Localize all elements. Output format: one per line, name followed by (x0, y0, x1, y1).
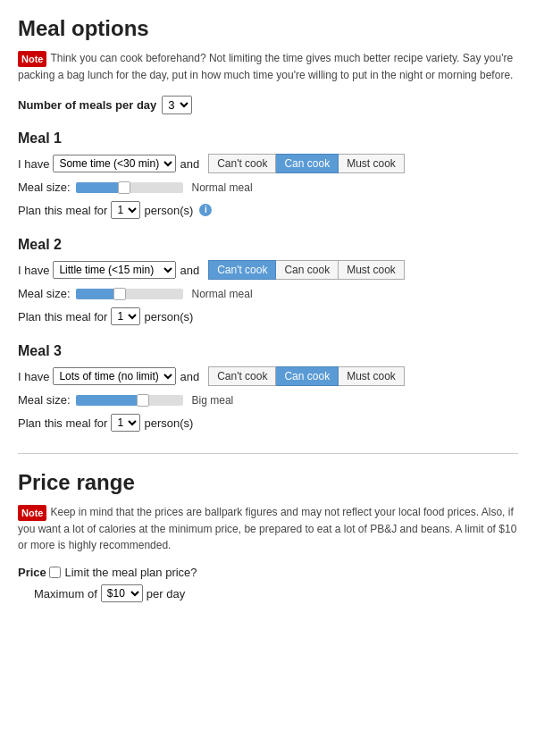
meal-1-person-select[interactable]: 123456 (111, 201, 140, 219)
meal-1-info-icon[interactable]: i (199, 204, 212, 216)
meal-options-title: Meal options (18, 16, 518, 41)
meal-3-slider-fill (76, 395, 146, 406)
meal-1-size-name: Normal meal (192, 181, 253, 194)
meal-2-time-row: I haveSome time (<30 min)Little time (<1… (18, 260, 518, 280)
meal-3-size-row: Meal size:Big meal (18, 393, 518, 407)
max-of-label: Maximum of (34, 587, 97, 601)
meal-2-person-select[interactable]: 123456 (111, 307, 140, 325)
meal-3-title: Meal 3 (18, 343, 518, 359)
section-divider (18, 453, 518, 454)
meal-3-slider[interactable] (76, 395, 183, 406)
meal-section-1: Meal 1I haveSome time (<30 min)Little ti… (18, 130, 518, 219)
price-note: NoteKeep in mind that the prices are bal… (18, 504, 518, 553)
meal-2-can-cook-btn[interactable]: Can cook (276, 260, 339, 280)
meal-1-cant-cook-btn[interactable]: Can't cook (208, 154, 276, 173)
meal-section-2: Meal 2I haveSome time (<30 min)Little ti… (18, 237, 518, 325)
meal-1-size-row: Meal size:Normal meal (18, 181, 518, 194)
price-range-section: Price range NoteKeep in mind that the pr… (18, 470, 518, 620)
meal-options-note: NoteThink you can cook beforehand? Not l… (18, 50, 518, 83)
meal-3-size-label: Meal size: (18, 393, 71, 407)
meal-2-cant-cook-btn[interactable]: Can't cook (208, 260, 276, 280)
meal-3-and-label: and (180, 370, 199, 383)
price-range-title: Price range (18, 470, 518, 495)
meal-3-cook-btn-group: Can't cookCan cookMust cook (208, 366, 405, 386)
limit-price-label: Limit the meal plan price? (64, 566, 197, 579)
meal-1-slider[interactable] (76, 182, 183, 193)
meal-1-must-cook-btn[interactable]: Must cook (339, 154, 405, 173)
max-price-row: Maximum of $10 $15 $20 $25 $30 per day (18, 584, 518, 602)
meal-2-time-select[interactable]: Some time (<30 min)Little time (<15 min)… (53, 261, 176, 279)
meal-1-ihave-label: I have (18, 157, 49, 171)
meal-2-size-name: Normal meal (192, 288, 253, 300)
meal-3-time-row: I haveSome time (<30 min)Little time (<1… (18, 366, 518, 386)
meal-3-plan-prefix: Plan this meal for (18, 416, 107, 430)
price-row: Price Limit the meal plan price? (18, 566, 518, 579)
meal-1-plan-suffix: person(s) (144, 204, 193, 217)
meal-3-slider-thumb[interactable] (137, 394, 149, 407)
meals-container: Meal 1I haveSome time (<30 min)Little ti… (18, 130, 518, 432)
meal-note-badge: Note (18, 51, 46, 68)
meal-2-slider-thumb[interactable] (113, 288, 126, 300)
meal-3-must-cook-btn[interactable]: Must cook (339, 366, 405, 386)
meals-per-day-label: Number of meals per day (18, 98, 156, 112)
meal-note-text: Think you can cook beforehand? Not limit… (18, 52, 513, 81)
meal-1-slider-fill (76, 182, 124, 193)
meal-2-plan-prefix: Plan this meal for (18, 310, 107, 323)
meal-1-plan-prefix: Plan this meal for (18, 204, 107, 217)
meal-3-cant-cook-btn[interactable]: Can't cook (208, 366, 276, 386)
meal-2-plan-suffix: person(s) (144, 310, 193, 323)
meal-3-plan-suffix: person(s) (144, 416, 193, 430)
meal-1-person-row: Plan this meal for 123456 person(s)i (18, 201, 518, 219)
meal-3-can-cook-btn[interactable]: Can cook (276, 366, 339, 386)
meal-3-time-select[interactable]: Some time (<30 min)Little time (<15 min)… (53, 367, 176, 385)
meal-2-person-row: Plan this meal for 123456 person(s) (18, 307, 518, 325)
meal-section-3: Meal 3I haveSome time (<30 min)Little ti… (18, 343, 518, 432)
meal-1-and-label: and (180, 157, 199, 171)
meal-2-title: Meal 2 (18, 237, 518, 253)
price-note-text: Keep in mind that the prices are ballpar… (18, 506, 516, 551)
meal-2-size-row: Meal size:Normal meal (18, 287, 518, 300)
meal-2-slider-fill (76, 289, 119, 299)
meals-per-day-row: Number of meals per day 3 1 2 4 5 (18, 96, 518, 114)
meal-1-slider-thumb[interactable] (118, 181, 130, 194)
meals-per-day-select[interactable]: 3 1 2 4 5 (162, 96, 192, 114)
meal-1-size-label: Meal size: (18, 181, 71, 194)
page-container: Meal options NoteThink you can cook befo… (0, 0, 536, 636)
meal-2-ihave-label: I have (18, 264, 49, 277)
per-day-label: per day (147, 587, 185, 601)
meal-3-size-name: Big meal (192, 394, 234, 407)
meal-2-cook-btn-group: Can't cookCan cookMust cook (208, 260, 405, 280)
limit-price-checkbox[interactable] (49, 567, 61, 578)
meal-2-and-label: and (180, 264, 199, 277)
meal-3-person-select[interactable]: 123456 (111, 414, 140, 432)
meal-1-title: Meal 1 (18, 130, 518, 147)
meal-3-person-row: Plan this meal for 123456 person(s) (18, 414, 518, 432)
meal-2-slider[interactable] (76, 289, 183, 299)
meal-1-cook-btn-group: Can't cookCan cookMust cook (208, 154, 405, 173)
meal-1-time-select[interactable]: Some time (<30 min)Little time (<15 min)… (53, 155, 176, 172)
price-label: Price (18, 566, 46, 579)
meal-2-size-label: Meal size: (18, 287, 71, 300)
meal-1-time-row: I haveSome time (<30 min)Little time (<1… (18, 154, 518, 173)
meal-3-ihave-label: I have (18, 370, 49, 383)
price-note-badge: Note (18, 505, 46, 522)
meal-2-must-cook-btn[interactable]: Must cook (339, 260, 405, 280)
meal-1-can-cook-btn[interactable]: Can cook (276, 154, 339, 173)
max-price-select[interactable]: $10 $15 $20 $25 $30 (101, 584, 143, 602)
